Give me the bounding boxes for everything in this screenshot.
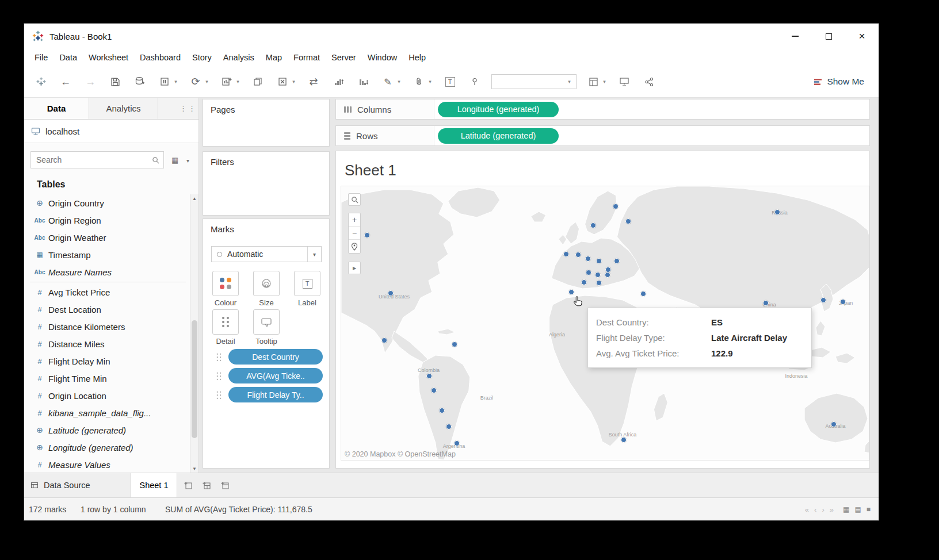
fix-axes-icon[interactable] xyxy=(467,74,483,90)
nav-last-icon[interactable]: » xyxy=(830,505,834,513)
field-measure-values[interactable]: #Measure Values xyxy=(24,456,189,473)
group-members-icon[interactable] xyxy=(411,74,427,90)
view-grid-icon[interactable]: ▦ xyxy=(843,505,849,513)
pill-longitude-generated[interactable]: Longitude (generated) xyxy=(438,102,559,117)
menu-item-server[interactable]: Server xyxy=(326,49,362,66)
duplicate-icon[interactable] xyxy=(250,74,266,90)
highlighter-pen-icon[interactable]: ✎ xyxy=(380,74,396,90)
size-button[interactable] xyxy=(253,271,280,296)
scroll-down-icon[interactable]: ▼ xyxy=(190,465,199,473)
pill-latitude-generated[interactable]: Latitude (generated) xyxy=(438,128,559,144)
menu-item-dashboard[interactable]: Dashboard xyxy=(134,49,186,66)
new-story-tab-button[interactable] xyxy=(217,473,232,497)
menu-item-window[interactable]: Window xyxy=(362,49,403,66)
view-as-grid-icon[interactable]: ▦ xyxy=(171,156,178,164)
pill-dest-country[interactable]: Dest Country xyxy=(228,349,323,365)
field-kibana-sample-data-flig[interactable]: #kibana_sample_data_flig... xyxy=(24,404,189,421)
pill-grip-icon[interactable] xyxy=(216,390,222,399)
menu-item-story[interactable]: Story xyxy=(186,49,217,66)
zoom-in-button[interactable]: + xyxy=(349,213,360,227)
nav-prev-icon[interactable]: ‹ xyxy=(814,505,816,513)
pill-avg-avg-ticke[interactable]: AVG(Avg Ticke.. xyxy=(228,368,323,383)
map-mark[interactable] xyxy=(774,209,780,215)
nav-next-icon[interactable]: › xyxy=(822,505,824,513)
field-origin-country[interactable]: ⊕Origin Country xyxy=(24,194,189,212)
share-icon[interactable] xyxy=(641,74,657,90)
chevron-down-icon[interactable]: ▾ xyxy=(396,79,402,85)
presentation-mode-icon[interactable] xyxy=(616,74,632,90)
field-dest-location[interactable]: #Dest Location xyxy=(24,301,189,318)
sort-ascending-icon[interactable] xyxy=(330,74,346,90)
scroll-up-icon[interactable]: ▲ xyxy=(190,194,199,202)
map-pin-button[interactable] xyxy=(349,240,360,253)
clear-sheet-icon[interactable] xyxy=(274,74,291,90)
map-mark[interactable] xyxy=(585,256,591,262)
show-hide-cards-icon[interactable] xyxy=(585,74,601,90)
field-distance-kilometers[interactable]: #Distance Kilometers xyxy=(24,318,189,335)
columns-shelf[interactable]: Columns Longitude (generated) xyxy=(335,99,870,120)
map-mark[interactable] xyxy=(568,289,574,295)
redo-icon[interactable]: → xyxy=(82,74,98,90)
show-me-button[interactable]: Show Me xyxy=(808,73,870,90)
pages-card[interactable]: Pages xyxy=(203,99,330,147)
view-list-icon[interactable]: ▤ xyxy=(854,505,861,513)
rows-shelf[interactable]: Rows Latitude (generated) xyxy=(335,125,870,146)
search-input[interactable] xyxy=(30,151,164,168)
map-mark[interactable] xyxy=(581,279,587,285)
chevron-down-icon[interactable]: ▾ xyxy=(173,79,179,85)
zoom-out-button[interactable]: − xyxy=(349,227,360,240)
run-update-icon[interactable]: ⟳ xyxy=(188,74,204,90)
map-mark[interactable] xyxy=(820,297,826,303)
map-mark[interactable] xyxy=(595,272,601,278)
chevron-down-icon[interactable]: ▾ xyxy=(601,79,608,85)
map-mark[interactable] xyxy=(431,388,437,393)
menu-item-help[interactable]: Help xyxy=(403,49,432,66)
pill-grip-icon[interactable] xyxy=(216,352,222,361)
swap-rows-columns-icon[interactable]: ⇄ xyxy=(306,74,322,90)
map-mark[interactable] xyxy=(586,270,591,275)
maximize-button[interactable] xyxy=(812,24,845,49)
field-avg-ticket-price[interactable]: #Avg Ticket Price xyxy=(24,283,189,301)
new-worksheet-icon[interactable] xyxy=(219,74,235,90)
map-mark[interactable] xyxy=(840,299,846,305)
pane-options-icon[interactable]: ⋮⋮ xyxy=(178,98,199,119)
map-panel-expand-button[interactable]: ▶ xyxy=(348,262,361,274)
show-mark-labels-icon[interactable]: T xyxy=(442,74,458,90)
menu-item-file[interactable]: File xyxy=(29,49,54,66)
map-mark[interactable] xyxy=(364,232,370,238)
minimize-button[interactable] xyxy=(778,24,812,49)
menu-item-data[interactable]: Data xyxy=(54,49,83,66)
sort-descending-icon[interactable] xyxy=(355,74,371,90)
chevron-down-icon[interactable]: ▾ xyxy=(291,79,297,85)
map-mark[interactable] xyxy=(614,258,620,264)
tab-data[interactable]: Data xyxy=(24,98,89,119)
map-search-button[interactable] xyxy=(348,193,361,206)
undo-icon[interactable]: ← xyxy=(58,74,74,90)
chevron-down-icon[interactable]: ▾ xyxy=(235,79,241,85)
save-icon[interactable] xyxy=(107,74,123,90)
field-timestamp[interactable]: ▦Timestamp xyxy=(24,246,189,263)
map-mark[interactable] xyxy=(575,252,581,258)
field-flight-time-min[interactable]: #Flight Time Min xyxy=(24,370,189,387)
field-origin-region[interactable]: AbcOrigin Region xyxy=(24,212,189,229)
colour-button[interactable] xyxy=(212,271,239,296)
map-mark[interactable] xyxy=(563,251,569,257)
chevron-down-icon[interactable]: ▾ xyxy=(204,79,210,85)
tab-sheet-1[interactable]: Sheet 1 xyxy=(131,473,177,497)
add-data-source-icon[interactable] xyxy=(132,74,148,90)
field-latitude-generated[interactable]: ⊕Latitude (generated) xyxy=(24,421,189,439)
tab-analytics[interactable]: Analytics xyxy=(89,98,158,119)
field-measure-names[interactable]: AbcMeasure Names xyxy=(24,263,189,281)
map-mark[interactable] xyxy=(381,337,387,343)
map-mark[interactable] xyxy=(446,424,452,429)
nav-first-icon[interactable]: « xyxy=(805,505,809,513)
field-distance-miles[interactable]: #Distance Miles xyxy=(24,335,189,352)
map-mark[interactable] xyxy=(452,342,457,347)
field-origin-location[interactable]: #Origin Location xyxy=(24,387,189,404)
map-mark[interactable] xyxy=(613,204,619,209)
map-mark[interactable] xyxy=(596,280,602,286)
map-mark[interactable] xyxy=(831,421,837,427)
scrollbar-thumb[interactable] xyxy=(192,320,197,438)
filters-card[interactable]: Filters xyxy=(203,151,330,216)
tableau-home-icon[interactable] xyxy=(33,74,49,90)
